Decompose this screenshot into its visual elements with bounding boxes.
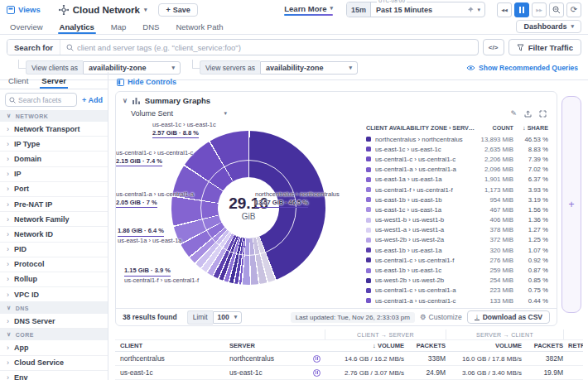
facet-item-ip[interactable]: ›IP [0, 167, 108, 182]
facet-search-box[interactable] [5, 93, 77, 107]
col-client[interactable]: CLIENT [115, 342, 229, 349]
col-retransmits[interactable]: RETR [563, 342, 583, 349]
summary-table-row[interactable]: us-east-1a › us-east-1a1,901 MiB6.37 % [361, 175, 553, 185]
add-panel-button[interactable]: + [561, 96, 581, 313]
edit-chart-icon[interactable]: ✎ [510, 109, 517, 118]
facet-section-network[interactable]: ∨NETWORK [0, 110, 108, 122]
hide-controls-link[interactable]: Hide Controls [117, 78, 583, 86]
col-server[interactable]: SERVER [229, 342, 325, 349]
facet-search-input[interactable] [18, 96, 68, 104]
facet-list: ∨NETWORK›Network Transport›IP Type›Domai… [0, 110, 108, 380]
facet-item-dns-server[interactable]: ›DNS Server [0, 314, 108, 329]
search-input[interactable] [77, 43, 478, 52]
count-value: 259 MiB [475, 267, 513, 274]
dashboards-button[interactable]: Dashboards▾ [516, 20, 581, 33]
customize-button[interactable]: ⚙Customize [420, 313, 462, 321]
flow-details-icon[interactable] [313, 369, 321, 377]
facet-item-cloud-service[interactable]: ›Cloud Service [0, 356, 108, 371]
facet-item-port[interactable]: ›Port [0, 182, 108, 197]
export-icon[interactable] [524, 110, 532, 118]
facet-section-core[interactable]: ∨CORE [0, 329, 108, 340]
summary-table-row[interactable]: us-west-2b › us-west-2a372 MiB1.25 % [361, 235, 553, 245]
time-range-value[interactable]: Past 15 Minutes [371, 6, 467, 14]
sidebar-tab-server[interactable]: Server [41, 72, 66, 89]
facet-item-pid[interactable]: ›PID [0, 243, 108, 257]
download-csv-button[interactable]: ↓Download as CSV [467, 310, 550, 324]
tab-dns[interactable]: DNS [142, 19, 159, 34]
facet-item-app[interactable]: ›App [0, 340, 108, 355]
step-back-button[interactable]: ◀◀ [497, 2, 512, 17]
tab-network-path[interactable]: Network Path [176, 19, 223, 34]
facet-item-vpc-id[interactable]: ›VPC ID [0, 287, 108, 302]
facet-item-network-transport[interactable]: ›Network Transport [0, 122, 108, 137]
expand-icon[interactable] [539, 110, 547, 118]
col-sc-packets[interactable]: PACKETS [522, 342, 563, 349]
step-forward-button[interactable]: ▶▶ [532, 2, 547, 17]
facet-item-rollup[interactable]: ›Rollup [0, 272, 108, 287]
summary-table-row[interactable]: us-central1-f › us-central1-f1,173 MiB3.… [361, 185, 553, 195]
workspace-selector[interactable]: Cloud Network ▾ [59, 5, 147, 15]
summary-table-row[interactable]: us-central1-a › us-central1-c133 MiB0.44… [361, 296, 553, 305]
views-button[interactable]: Views [7, 5, 41, 14]
limit-select[interactable]: 100▾ [213, 311, 243, 324]
summary-col-pair[interactable]: CLIENT AVAILABILITY ZONE › SERVER AVAILA… [366, 124, 475, 132]
zoom-out-button[interactable] [549, 2, 564, 17]
summary-col-share[interactable]: ↓ SHARE [513, 124, 548, 132]
chevron-down-icon: ▾ [234, 314, 238, 320]
time-range-picker[interactable]: UTC-08:00 15m Past 15 Minutes ▾ [346, 2, 485, 17]
summary-table-row[interactable]: us-east-1c › us-east-1c2,635 MiB8.83 % [361, 144, 553, 154]
last-updated: Last updated: Tue, Nov 26, 2:33:03 pm [291, 312, 415, 323]
group-server-client: SERVER → CLIENT [446, 329, 563, 339]
time-preset-chip[interactable]: 15m [347, 2, 371, 17]
summary-table-row[interactable]: us-west1-a › us-west1-a378 MiB1.27 % [361, 225, 553, 235]
flow-table-row[interactable]: us-east-1c us-east-1c 2.76 GB / 3.07 MB/… [115, 366, 583, 380]
facet-item-protocol[interactable]: ›Protocol [0, 257, 108, 272]
chevron-down-icon[interactable]: ▾ [477, 7, 480, 13]
tab-map[interactable]: Map [111, 19, 126, 34]
query-code-button[interactable]: </> [483, 39, 504, 55]
summary-table-row[interactable]: us-central1-a › us-central1-a2,096 MiB7.… [361, 165, 553, 175]
col-cs-packets[interactable]: PACKETS [404, 342, 446, 349]
zone-pair: us-west-2b › us-west-2b [375, 277, 475, 284]
facet-item-network-id[interactable]: ›Network ID [0, 227, 108, 242]
show-recommended-queries-link[interactable]: Show Recommended Queries [466, 64, 578, 72]
learn-more-button[interactable]: Learn More▾ [284, 4, 333, 16]
pause-button[interactable] [514, 2, 529, 17]
col-sc-volume[interactable]: VOLUME [446, 342, 522, 349]
facet-item-network-family[interactable]: ›Network Family [0, 212, 108, 227]
tab-overview[interactable]: Overview [10, 19, 43, 34]
filter-traffic-button[interactable]: Filter Traffic [508, 39, 581, 55]
summary-table-row[interactable]: us-central1-c › us-central1-a223 MiB0.75… [361, 286, 553, 296]
add-facet-button[interactable]: + Add [82, 96, 103, 104]
pause-icon [519, 7, 524, 13]
sunburst-chart[interactable]: 29.16 GiB us-east-1c › us-east-1c 2.57 G… [116, 119, 361, 308]
flow-table-row[interactable]: northcentralus northcentralus 14.6 GB / … [115, 352, 583, 366]
summary-col-count[interactable]: COUNT [475, 124, 513, 132]
summary-table-row[interactable]: northcentralus › northcentralus13,893 Mi… [361, 134, 553, 144]
save-button[interactable]: +Save [158, 3, 197, 17]
pin-icon[interactable] [467, 7, 474, 13]
sidebar-tab-client[interactable]: Client [8, 72, 28, 89]
refresh-button[interactable]: ⟳ [566, 2, 581, 17]
count-value: 467 MiB [475, 206, 513, 214]
col-cs-volume[interactable]: ↓ VOLUME [325, 342, 404, 349]
summary-table-row[interactable]: us-east-1c › us-east-1a467 MiB1.56 % [361, 204, 553, 214]
views-icon [7, 6, 15, 14]
flow-details-icon[interactable] [313, 355, 321, 363]
summary-table-row[interactable]: us-east-1b › us-east-1a320 MiB1.07 % [361, 245, 553, 255]
facet-item-domain[interactable]: ›Domain [0, 152, 108, 166]
metric-select[interactable]: Volume Sent▾ [128, 108, 230, 119]
facet-item-pre-nat-ip[interactable]: ›Pre-NAT IP [0, 197, 108, 212]
facet-item-ip-type[interactable]: ›IP Type [0, 137, 108, 152]
facet-item-env[interactable]: ›Env [0, 371, 108, 380]
summary-table-row[interactable]: us-west-2b › us-west-2b254 MiB0.85 % [361, 276, 553, 286]
tab-analytics[interactable]: Analytics [60, 19, 94, 34]
summary-table-row[interactable]: us-west1-b › us-west1-b406 MiB1.36 % [361, 215, 553, 225]
summary-table-row[interactable]: us-central1-c › us-central1-c2,206 MiB7.… [361, 154, 553, 164]
facet-section-dns[interactable]: ∨DNS [0, 302, 108, 314]
search-box[interactable]: Search for [7, 39, 479, 55]
summary-table-row[interactable]: us-east-1b › us-east-1b954 MiB3.19 % [361, 195, 553, 204]
summary-table-row[interactable]: us-central1-c › us-central1-f276 MiB0.92… [361, 255, 553, 265]
collapse-chevron-icon[interactable]: ∨ [123, 97, 128, 104]
summary-table-row[interactable]: us-east-1b › us-east-1c259 MiB0.87 % [361, 265, 553, 275]
